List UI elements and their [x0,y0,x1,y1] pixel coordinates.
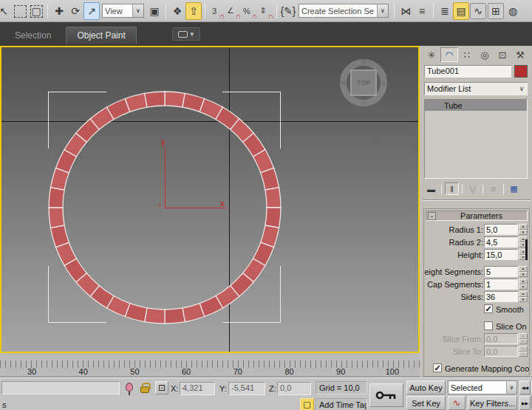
spinner-down-icon[interactable]: ▾ [519,297,528,303]
smooth-checkbox[interactable]: ✓ [484,304,493,313]
height-row: Height:15,0▴▾ [424,249,530,261]
spinner-snap-toggle-icon[interactable]: ⇕∩ [257,2,273,20]
snaps-toggle-3d-icon[interactable]: 3∩ [208,2,225,20]
spinner-up-icon[interactable]: ▴ [519,291,528,297]
show-end-result-button[interactable]: ‖ [445,182,459,195]
spinner-up-icon[interactable]: ▴ [519,279,528,284]
mirror-icon[interactable]: ⋈ [398,2,414,20]
spinner-up-icon[interactable]: ▴ [519,333,528,339]
spinner-down-icon[interactable]: ▾ [519,284,528,290]
height-segments-spinner[interactable]: ▴▾ [519,266,528,277]
toggle-ribbon-icon[interactable]: ▤ [453,2,469,20]
modifier-list-dropdown[interactable]: Modifier List ∨ [424,82,528,95]
set-key-button[interactable]: Set Key [406,396,446,410]
modify-tab-icon[interactable]: ◠ [440,47,458,62]
keyboard-shortcut-override-icon[interactable]: ⇧ [185,2,202,20]
chevron-down-icon[interactable]: ∨ [132,4,143,17]
sides-spinner[interactable]: ▴▾ [519,291,528,302]
x-coordinate-field[interactable]: 4,321 [180,382,215,395]
slice-to-spinner[interactable]: ▴▾ [519,346,528,357]
hierarchy-tab-icon[interactable]: ∷ [458,47,476,62]
spinner-up-icon[interactable]: ▴ [519,224,528,230]
ribbon-tab-selection[interactable]: Selection [4,27,61,44]
named-selection-set-dropdown[interactable]: Create Selection Se∨ [299,4,389,18]
stack-item-tube[interactable]: Tube [425,100,527,111]
sides-field[interactable]: 36 [484,291,518,302]
select-and-rotate-icon[interactable]: ⟳ [67,2,83,20]
reference-coordinate-dropdown[interactable]: View∨ [102,4,144,18]
go-to-end-button[interactable]: ▶▶ [519,396,531,410]
modifier-stack-list[interactable]: Tube [424,99,528,179]
height-segments-field[interactable]: 5 [484,266,518,277]
slice-on-checkbox[interactable] [484,321,493,330]
absolute-mode-button[interactable]: ⊡ [155,381,168,394]
cap-segments-field[interactable]: 1 [484,279,518,290]
default-tangent-button[interactable]: ∿ [448,396,466,410]
spinner-down-icon[interactable]: ▾ [519,230,528,236]
select-and-move-icon[interactable]: ✚ [51,2,67,20]
ribbon-tab-object-paint[interactable]: Object Paint [66,27,136,44]
key-filters-button[interactable]: Key Filters... [468,396,517,410]
spinner-down-icon[interactable]: ▾ [519,272,528,278]
set-keys-button[interactable] [369,383,403,407]
spinner-up-icon[interactable]: ▴ [519,266,528,272]
radius2-field[interactable]: 4,5 [484,236,518,247]
z-coordinate-field[interactable]: 0,0 [277,382,311,395]
select-and-manipulate-icon[interactable]: ❖ [169,2,185,20]
utilities-tab-icon[interactable]: ⚒ [511,47,529,62]
cap-segments-spinner[interactable]: ▴▾ [519,279,528,290]
motion-tab-icon[interactable]: ◎ [476,47,494,62]
add-time-tag[interactable]: Add Time Tag [316,398,367,410]
selection-filter-dropdown[interactable]: Selected ∨ [448,380,517,394]
remove-modifier-button[interactable]: ⌀ [486,182,500,195]
curve-editor-icon[interactable]: ∿ [470,3,486,19]
y-coordinate-field[interactable]: -5,541 [228,382,265,395]
display-tab-icon[interactable]: ⊡ [494,47,511,62]
pin-stack-button[interactable]: ▬ [424,182,438,195]
ribbon-bar: SelectionObject Paint ▾ [0,22,532,46]
viewcube[interactable]: N E S W TOP [340,59,387,106]
manage-layers-icon[interactable]: ≣ [437,2,453,20]
slice-to-field[interactable]: 0,0 [484,346,518,357]
select-object-icon[interactable]: ↖ [0,2,12,20]
spinner-down-icon[interactable]: ▾ [519,339,528,345]
edit-named-selection-sets-icon[interactable]: {✎} [280,2,296,20]
spinner-up-icon[interactable]: ▴ [519,346,528,352]
radius1-field[interactable]: 5,0 [484,224,518,235]
auto-key-button[interactable]: Auto Key [406,380,446,394]
track-bar[interactable]: 30405060708090100 [0,353,420,377]
edit-named-selection-sets-glyph: {✎} [280,5,296,17]
use-pivot-point-center-icon[interactable]: ▣ [146,2,163,20]
angle-snap-toggle-icon[interactable]: ∠∩ [225,2,241,20]
render-setup-icon[interactable]: ◍ [505,2,521,20]
align-icon[interactable]: ≡ [414,2,430,20]
minimize-ribbon-button[interactable]: ▾ [172,27,200,41]
object-name-field[interactable]: Tube001 [424,65,511,78]
window-crossing-selection-icon[interactable]: ▢ [28,2,44,20]
collapse-rollout-icon[interactable]: - [428,212,436,220]
notification-balloon-icon[interactable] [126,383,133,392]
configure-modifier-sets-button[interactable]: ▦ [507,182,521,195]
generate-mapping-coords-checkbox[interactable]: ✓ [433,363,442,372]
cap-segments-row: Cap Segments:1▴▾ [424,279,530,290]
viewcube-top-face[interactable]: TOP [350,69,377,96]
height-field[interactable]: 15,0 [484,249,518,260]
panel-scroll-indicator[interactable] [525,239,528,260]
select-and-scale-icon[interactable]: ↗ [83,2,100,20]
selection-lock-icon[interactable] [140,386,149,393]
create-tab-icon[interactable]: ✳ [423,47,440,62]
make-unique-button[interactable]: ⋁ [466,182,480,195]
parameters-rollout-header[interactable]: - Parameters [426,211,528,221]
percent-snap-toggle-icon[interactable]: %∩ [241,2,257,20]
viewport[interactable]: y x z N E S W TOP [0,46,420,353]
rect-selection-region-icon[interactable] [12,2,28,20]
schematic-view-icon[interactable]: ⊞ [488,3,504,19]
spinner-down-icon[interactable]: ▾ [519,352,528,358]
go-to-start-button[interactable]: ◀◀ [519,380,531,394]
object-color-swatch[interactable] [514,65,528,78]
slice-from-spinner[interactable]: ▴▾ [519,333,528,344]
cube-toggle-button[interactable]: ▢ [300,398,314,410]
slice-from-field[interactable]: 0,0 [484,333,518,344]
chevron-down-icon[interactable]: ∨ [377,4,388,17]
radius1-spinner[interactable]: ▴▾ [519,224,528,235]
